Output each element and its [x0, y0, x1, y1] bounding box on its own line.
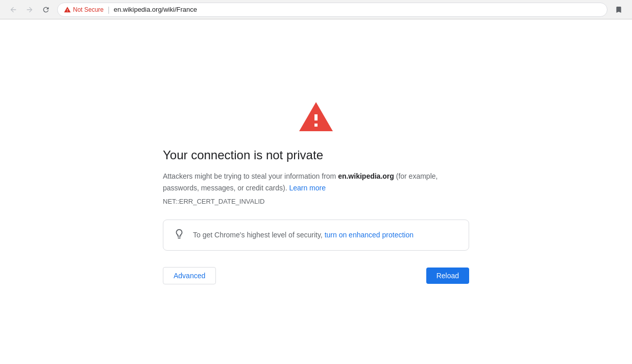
- suggestion-prefix: To get Chrome's highest level of securit…: [193, 231, 325, 239]
- error-container: Your connection is not private Attackers…: [163, 99, 469, 284]
- error-icon-wrapper: [163, 99, 469, 136]
- bookmark-button[interactable]: [612, 3, 626, 17]
- security-suggestion-box: To get Chrome's highest level of securit…: [163, 220, 469, 251]
- browser-chrome: Not Secure | en.wikipedia.org/wiki/Franc…: [0, 0, 632, 19]
- page-content: Your connection is not private Attackers…: [0, 19, 632, 364]
- lightbulb-icon: [174, 228, 185, 242]
- error-code: NET::ERR_CERT_DATE_INVALID: [163, 198, 264, 205]
- back-button[interactable]: [6, 3, 20, 17]
- not-secure-label: Not Secure: [73, 6, 104, 13]
- warning-icon: [298, 99, 334, 136]
- error-title: Your connection is not private: [163, 148, 323, 162]
- advanced-button[interactable]: Advanced: [163, 267, 216, 284]
- security-suggestion-text: To get Chrome's highest level of securit…: [193, 231, 414, 239]
- nav-buttons: [6, 3, 53, 17]
- address-separator: |: [108, 6, 110, 14]
- reload-button[interactable]: Reload: [426, 268, 469, 284]
- not-secure-badge: Not Secure: [64, 6, 104, 13]
- error-description: Attackers might be trying to steal your …: [163, 171, 469, 193]
- reload-page-button[interactable]: [39, 3, 53, 17]
- enhanced-protection-link[interactable]: turn on enhanced protection: [325, 231, 414, 239]
- actions-row: Advanced Reload: [163, 267, 469, 284]
- forward-button[interactable]: [22, 3, 37, 17]
- domain-name: en.wikipedia.org: [338, 172, 394, 180]
- address-bar[interactable]: Not Secure | en.wikipedia.org/wiki/Franc…: [57, 3, 607, 17]
- description-prefix: Attackers might be trying to steal your …: [163, 172, 338, 180]
- address-url: en.wikipedia.org/wiki/France: [114, 6, 197, 13]
- learn-more-link[interactable]: Learn more: [289, 184, 326, 192]
